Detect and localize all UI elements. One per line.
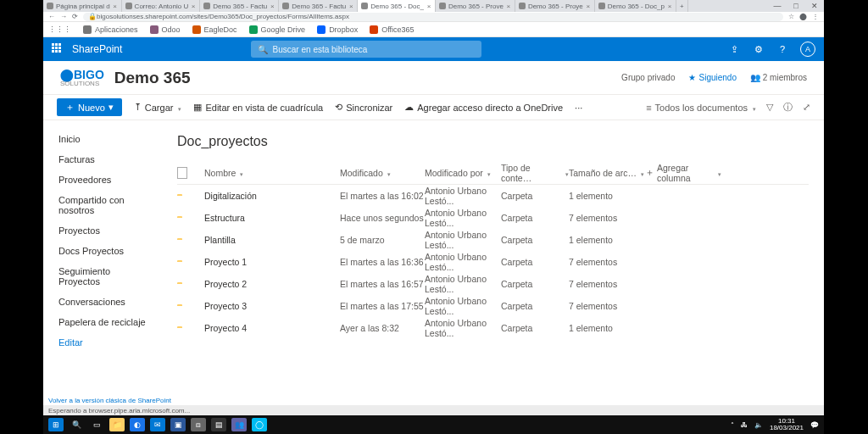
- bookmark-item[interactable]: Office365: [370, 25, 414, 34]
- table-row[interactable]: Plantilla5 de marzoAntonio Urbano Lestó.…: [177, 229, 809, 251]
- cell-name[interactable]: Proyecto 4: [204, 323, 340, 333]
- cell-name[interactable]: Proyecto 3: [204, 301, 340, 311]
- browser-tab[interactable]: Demo 365 - Prove×: [436, 0, 515, 12]
- bookmark-item[interactable]: Odoo: [150, 25, 181, 34]
- cell-name[interactable]: Estructura: [204, 213, 340, 223]
- settings-icon[interactable]: ⚙: [753, 43, 765, 55]
- bookmark-item[interactable]: Google Drive: [249, 25, 306, 34]
- tab-close-icon[interactable]: ×: [667, 3, 672, 10]
- file-explorer-icon[interactable]: 📁: [109, 418, 125, 431]
- add-onedrive-button[interactable]: ☁Agregar acceso directo a OneDrive: [404, 102, 563, 113]
- members-count[interactable]: 👥 2 miembros: [750, 73, 807, 82]
- table-row[interactable]: Proyecto 2El martes a las 16:57Antonio U…: [177, 273, 809, 295]
- notifications-icon[interactable]: 💬: [810, 421, 819, 429]
- col-modified[interactable]: Modificado: [340, 168, 425, 178]
- browser-tab[interactable]: Correo: Antonio U×: [122, 0, 201, 12]
- browser-tab[interactable]: Demo 365 - Factu×: [279, 0, 358, 12]
- app-icon-3[interactable]: ▤: [211, 418, 226, 431]
- nav-reload-icon[interactable]: ⟳: [72, 13, 78, 20]
- table-row[interactable]: EstructuraHace unos segundosAntonio Urba…: [177, 207, 809, 229]
- help-icon[interactable]: ?: [776, 43, 788, 55]
- browser-tab[interactable]: Demo 365 - Proye×: [515, 0, 595, 12]
- table-row[interactable]: Proyecto 4Ayer a las 8:32Antonio Urbano …: [177, 317, 809, 339]
- app-launcher-icon[interactable]: [52, 43, 64, 55]
- cell-name[interactable]: Plantilla: [204, 235, 340, 245]
- tab-close-icon[interactable]: ×: [270, 3, 275, 10]
- nav-item[interactable]: Docs Proyectos: [43, 241, 162, 261]
- browser-tab[interactable]: Demo 365 - Doc_p×: [595, 0, 676, 12]
- bookmark-item[interactable]: EagleDoc: [192, 25, 237, 34]
- filter-icon[interactable]: ▽: [766, 102, 773, 113]
- nav-item[interactable]: Facturas: [43, 149, 162, 170]
- nav-item[interactable]: Proveedores: [43, 170, 162, 190]
- follow-button[interactable]: ★ Siguiendo: [688, 73, 736, 82]
- tab-close-icon[interactable]: ×: [586, 3, 591, 10]
- cell-name[interactable]: Digitalización: [204, 191, 340, 201]
- tab-close-icon[interactable]: ×: [426, 3, 431, 10]
- taskbar-date[interactable]: 18/03/2021: [770, 425, 804, 431]
- cell-name[interactable]: Proyecto 2: [204, 279, 340, 289]
- nav-back-icon[interactable]: ←: [48, 13, 55, 20]
- nav-item[interactable]: Papelera de reciclaje: [43, 312, 162, 332]
- site-logo[interactable]: ⬤BIGO SOLUTIONS: [60, 69, 104, 87]
- nav-item[interactable]: Compartido con nosotros: [43, 190, 162, 220]
- nav-forward-icon[interactable]: →: [60, 13, 67, 20]
- app-icon-4[interactable]: ◯: [252, 418, 267, 431]
- edit-grid-button[interactable]: ▦Editar en vista de cuadrícula: [193, 102, 323, 113]
- product-name[interactable]: SharePoint: [72, 43, 122, 55]
- bookmark-item[interactable]: Dropbox: [317, 25, 358, 34]
- address-bar[interactable]: 🔒 bigosolutionses.sharepoint.com/sites/D…: [83, 13, 783, 21]
- bookmark-star-icon[interactable]: ☆: [788, 13, 794, 20]
- chrome-icon[interactable]: ◐: [130, 418, 145, 431]
- tab-close-icon[interactable]: ×: [506, 3, 511, 10]
- taskbar-search-icon[interactable]: 🔍: [69, 418, 84, 431]
- share-icon[interactable]: ⇪: [729, 43, 741, 55]
- tab-close-icon[interactable]: ×: [113, 3, 118, 10]
- apps-shortcut[interactable]: ⋮⋮⋮: [48, 25, 71, 34]
- table-row[interactable]: Proyecto 1El martes a las 16:36Antonio U…: [177, 251, 809, 273]
- new-button[interactable]: ＋ Nuevo ▾: [57, 98, 122, 116]
- tray-chevron-icon[interactable]: ˄: [731, 421, 734, 429]
- teams-icon[interactable]: 👥: [231, 418, 247, 431]
- browser-tab[interactable]: Página principal d×: [43, 0, 122, 12]
- window-close[interactable]: ✕: [805, 0, 824, 12]
- tab-close-icon[interactable]: ×: [191, 3, 196, 10]
- info-icon[interactable]: ⓘ: [783, 101, 793, 114]
- nav-edit-link[interactable]: Editar: [43, 332, 162, 353]
- outlook-icon[interactable]: ✉: [150, 418, 165, 431]
- more-commands-button[interactable]: ···: [575, 103, 582, 113]
- start-button[interactable]: ⊞: [48, 418, 64, 431]
- view-selector[interactable]: ≡ Todos los documentos: [646, 103, 756, 113]
- site-title[interactable]: Demo 365: [114, 69, 191, 87]
- add-column-button[interactable]: ＋ Agregar columna: [645, 163, 721, 183]
- cell-name[interactable]: Proyecto 1: [204, 257, 340, 267]
- user-avatar[interactable]: A: [800, 42, 815, 57]
- tray-volume-icon[interactable]: 🔈: [754, 421, 763, 429]
- bookmark-item[interactable]: Aplicaciones: [83, 25, 138, 34]
- upload-button[interactable]: ⤒Cargar: [134, 102, 182, 113]
- window-maximize[interactable]: □: [787, 0, 805, 12]
- col-modified-by[interactable]: Modificado por: [425, 168, 501, 178]
- nav-item[interactable]: Inicio: [43, 129, 162, 149]
- browser-tab[interactable]: Demo 365 - Factu×: [200, 0, 279, 12]
- col-size[interactable]: Tamaño de arc…: [569, 168, 645, 178]
- col-name[interactable]: Nombre: [204, 168, 340, 178]
- app-icon-1[interactable]: ▣: [170, 418, 186, 431]
- fullscreen-icon[interactable]: ⤢: [803, 102, 810, 113]
- overflow-icon[interactable]: ⋮: [812, 13, 819, 20]
- sync-button[interactable]: ⟲Sincronizar: [335, 102, 392, 113]
- browser-tab[interactable]: Demo 365 - Doc_×: [358, 0, 436, 12]
- new-tab-button[interactable]: +: [676, 0, 688, 12]
- classic-sharepoint-link[interactable]: Volver a la versión clásica de SharePoin…: [48, 398, 171, 405]
- table-row[interactable]: DigitalizaciónEl martes a las 16:02Anton…: [177, 185, 809, 207]
- task-view-icon[interactable]: ▭: [89, 418, 104, 431]
- nav-item[interactable]: Proyectos: [43, 220, 162, 241]
- nav-item[interactable]: Conversaciones: [43, 292, 162, 312]
- nav-item[interactable]: Seguimiento Proyectos: [43, 261, 162, 292]
- tab-close-icon[interactable]: ×: [348, 3, 353, 10]
- search-input[interactable]: 🔍 Buscar en esta biblioteca: [251, 41, 481, 58]
- table-row[interactable]: Proyecto 3El martes a las 17:55Antonio U…: [177, 295, 809, 317]
- profile-icon[interactable]: ⬤: [799, 13, 807, 20]
- col-content-type[interactable]: Tipo de conte…: [501, 163, 569, 183]
- window-minimize[interactable]: —: [768, 0, 787, 12]
